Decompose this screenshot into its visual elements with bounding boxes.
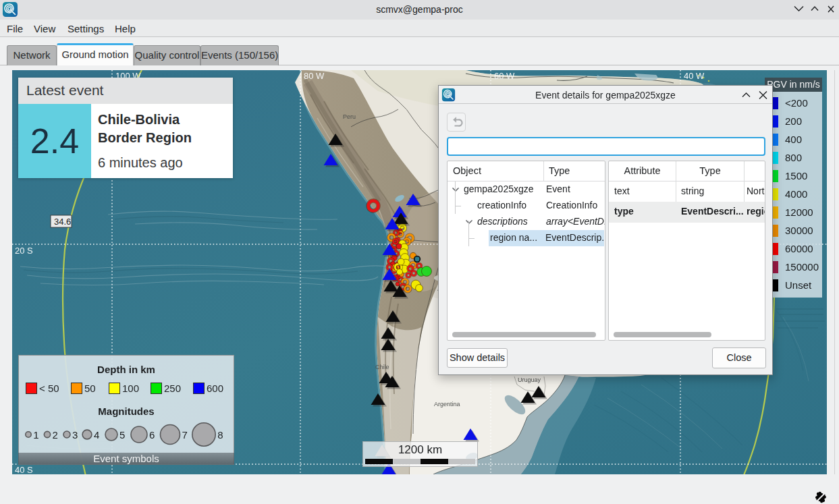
svg-text:3: 3 <box>72 429 78 441</box>
svg-text:2: 2 <box>53 429 58 441</box>
svg-text:4: 4 <box>94 429 99 441</box>
svg-text:80 W: 80 W <box>304 71 325 81</box>
svg-text:1: 1 <box>33 429 38 441</box>
svg-text:5: 5 <box>119 429 125 441</box>
svg-text:7: 7 <box>182 429 188 441</box>
svg-text:20 S: 20 S <box>15 246 33 256</box>
svg-text:Chile: Chile <box>375 364 389 370</box>
svg-text:Peru: Peru <box>343 113 356 120</box>
svg-text:Uruguay: Uruguay <box>518 376 541 383</box>
svg-text:Argentina: Argentina <box>434 401 460 408</box>
svg-text:60 W: 60 W <box>494 71 515 81</box>
svg-text:40 W: 40 W <box>684 71 705 81</box>
svg-text:6: 6 <box>149 429 155 441</box>
svg-text:40 S: 40 S <box>15 465 33 474</box>
svg-text:8: 8 <box>217 429 223 441</box>
svg-text:34.6: 34.6 <box>54 217 71 227</box>
